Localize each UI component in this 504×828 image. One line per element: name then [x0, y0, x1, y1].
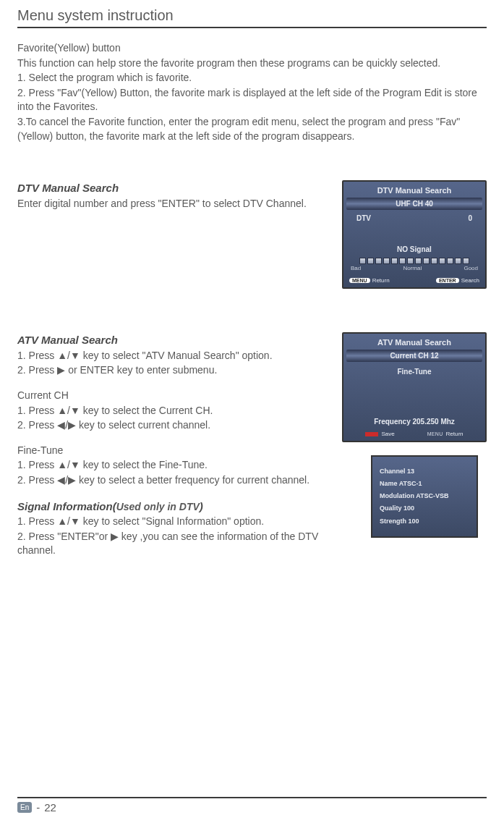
atv-finetune: Fine-Tune	[343, 362, 485, 379]
favorite-section: Favorite(Yellow) button This function ca…	[17, 41, 487, 143]
info-strength: Strength 100	[380, 515, 469, 528]
footer-dash: -	[36, 801, 40, 814]
current-ch-head: Current CH	[17, 389, 328, 403]
siginfo-heading-mid: Used only in DTV	[116, 501, 200, 512]
favorite-intro: This function can help store the favorit…	[17, 56, 487, 71]
signal-bar	[343, 256, 485, 264]
dtv-desc: Enter digital number and press "ENTER" t…	[17, 197, 328, 211]
info-quality: Quality 100	[380, 502, 469, 515]
favorite-step3: 3.To cancel the Favorite function, enter…	[17, 115, 487, 143]
siginfo-step1: 1. Press ▲/▼ key to select "Signal Infor…	[17, 515, 328, 529]
atv-step2: 2. Press ▶ or ENTER key to enter submenu…	[17, 363, 328, 378]
favorite-heading: Favorite(Yellow) button	[17, 41, 487, 56]
menu-small-icon: MENU	[427, 431, 443, 436]
signal-bad: Bad	[351, 265, 361, 271]
search-label: Search	[461, 277, 479, 284]
save-label: Save	[381, 431, 394, 437]
atv-osd-band: Current CH 12	[346, 350, 482, 362]
finetune-head: Fine-Tune	[17, 444, 328, 458]
atv-step1: 1. Press ▲/▼ key to select "ATV Manual S…	[17, 349, 328, 363]
page-footer: En - 22	[17, 797, 487, 814]
favorite-step2: 2. Press "Fav"(Yellow) Button, the favor…	[17, 86, 487, 114]
enter-key-icon: ENTER	[436, 278, 459, 283]
atv-heading: ATV Manual Search	[17, 334, 118, 346]
signal-good: Good	[464, 265, 478, 271]
dtv-osd-panel: DTV Manual Search UHF CH 40 DTV 0 NO Sig…	[342, 180, 487, 289]
info-modulation: Modulation ATSC-VSB	[380, 490, 469, 502]
red-key-icon	[365, 432, 378, 436]
siginfo-step2: 2. Press "ENTER"or ▶ key ,you can see th…	[17, 530, 328, 558]
dtv-heading: DTV Manual Search	[17, 182, 119, 194]
return-label-atv: Return	[446, 431, 464, 437]
info-channel: Channel 13	[380, 465, 469, 478]
fine-step2: 2. Press ◀/▶ key to select a better freq…	[17, 473, 328, 488]
dtv-osd-band: UHF CH 40	[346, 198, 482, 210]
signal-info-panel: Channel 13 Name ATSC-1 Modulation ATSC-V…	[371, 455, 478, 537]
siginfo-heading-pre: Signal Information(	[17, 500, 116, 512]
atv-osd-title: ATV Manual Search	[343, 334, 485, 350]
dtv-value: 0	[468, 214, 472, 222]
fine-step1: 1. Press ▲/▼ key to select the Fine-Tune…	[17, 458, 328, 473]
signal-normal: Normal	[403, 265, 422, 271]
dtv-osd-title: DTV Manual Search	[343, 182, 485, 198]
favorite-step1: 1. Select the program which is favorite.	[17, 71, 487, 85]
no-signal-label: NO Signal	[343, 242, 485, 256]
current-step1: 1. Press ▲/▼ key to select the Current C…	[17, 404, 328, 418]
dtv-label: DTV	[356, 214, 371, 222]
atv-osd-panel: ATV Manual Search Current CH 12 Fine-Tun…	[342, 332, 487, 442]
page-number: 22	[44, 801, 56, 814]
siginfo-heading-post: )	[200, 500, 203, 512]
lang-badge: En	[17, 802, 32, 813]
page-title: Menu system instruction	[17, 7, 487, 28]
return-label: Return	[372, 277, 390, 284]
current-step2: 2. Press ◀/▶ key to select current chann…	[17, 418, 328, 433]
info-name: Name ATSC-1	[380, 478, 469, 490]
atv-frequency: Frequency 205.250 Mhz	[343, 415, 485, 428]
menu-key-icon: MENU	[349, 278, 370, 283]
